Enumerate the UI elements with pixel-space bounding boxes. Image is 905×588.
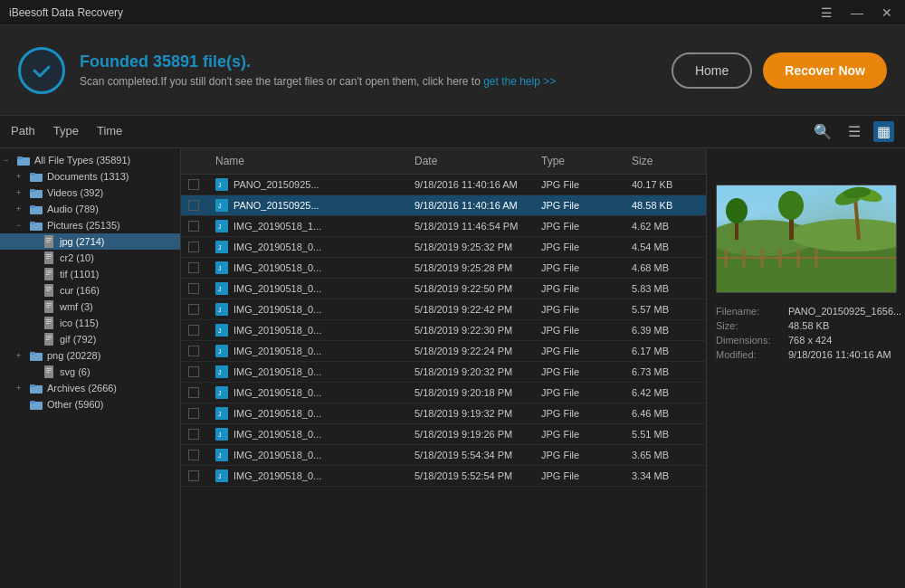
row-checkbox[interactable] <box>181 403 208 423</box>
row-checkbox[interactable] <box>181 320 208 340</box>
tree-expand: + <box>16 384 29 393</box>
svg-rect-16 <box>46 256 52 257</box>
checkbox[interactable] <box>188 304 199 315</box>
tree-item[interactable]: − All File Types (35891) <box>0 152 180 168</box>
row-checkbox[interactable] <box>181 362 208 382</box>
file-name: IMG_20190518_0... <box>233 283 321 294</box>
tree-item[interactable]: tif (1101) <box>0 266 180 282</box>
checkbox[interactable] <box>188 366 199 377</box>
tree-item[interactable]: cr2 (10) <box>0 250 180 266</box>
row-checkbox[interactable] <box>181 175 208 194</box>
checkbox[interactable] <box>188 242 199 252</box>
checkbox[interactable] <box>188 408 199 419</box>
size-label: Size: <box>716 320 788 331</box>
file-icon <box>42 365 56 378</box>
table-row[interactable]: J IMG_20190518_0... 5/18/2019 9:22:50 PM… <box>181 279 706 299</box>
help-link[interactable]: get the help >> <box>483 75 556 88</box>
checkbox[interactable] <box>188 470 199 481</box>
home-button[interactable]: Home <box>672 52 752 89</box>
tree-item[interactable]: + Archives (2666) <box>0 380 180 396</box>
table-row[interactable]: J IMG_20190518_1... 5/18/2019 11:46:54 P… <box>181 216 706 237</box>
svg-rect-39 <box>30 352 35 355</box>
row-name: J IMG_20190518_0... <box>208 237 407 257</box>
close-button[interactable]: ✕ <box>878 5 896 20</box>
checkbox[interactable] <box>188 262 199 273</box>
row-checkbox[interactable] <box>181 445 208 465</box>
table-row[interactable]: J PANO_20150925... 9/18/2016 11:40:16 AM… <box>181 175 706 195</box>
row-checkbox[interactable] <box>181 299 208 319</box>
table-row[interactable]: J IMG_20190518_0... 5/18/2019 9:22:24 PM… <box>181 341 706 362</box>
tree-item[interactable]: Other (5960) <box>0 396 180 413</box>
folder-icon <box>29 186 43 199</box>
checkbox[interactable] <box>188 429 199 440</box>
tree-item[interactable]: gif (792) <box>0 331 180 347</box>
grid-view-icon[interactable]: ▦ <box>873 121 894 142</box>
checkbox[interactable] <box>188 179 199 190</box>
file-thumbnail: J <box>215 199 228 212</box>
row-checkbox[interactable] <box>181 237 208 257</box>
row-size: 6.17 MB <box>624 341 706 361</box>
table-row[interactable]: J IMG_20190518_0... 5/18/2019 5:54:34 PM… <box>181 445 706 466</box>
tab-time[interactable]: Time <box>97 120 122 143</box>
table-row[interactable]: J IMG_20190518_0... 5/18/2019 9:25:28 PM… <box>181 258 706 279</box>
row-name: J PANO_20150925... <box>208 195 407 215</box>
row-date: 5/18/2019 11:46:54 PM <box>407 216 534 236</box>
file-name: IMG_20190518_0... <box>233 262 321 273</box>
checkbox[interactable] <box>188 450 199 460</box>
svg-rect-37 <box>46 339 50 340</box>
file-panel: Name Date Type Size J PANO_20150925... 9… <box>181 148 706 588</box>
tab-path[interactable]: Path <box>11 120 35 143</box>
table-row[interactable]: J IMG_20190518_0... 5/18/2019 5:52:54 PM… <box>181 466 706 487</box>
row-checkbox[interactable] <box>181 279 208 299</box>
row-type: JPG File <box>534 445 624 465</box>
tab-type[interactable]: Type <box>53 120 79 143</box>
table-row[interactable]: J IMG_20190518_0... 5/18/2019 9:19:26 PM… <box>181 424 706 445</box>
tree-item[interactable]: + Documents (1313) <box>0 168 180 185</box>
row-checkbox[interactable] <box>181 195 208 215</box>
recover-button[interactable]: Recover Now <box>763 52 887 89</box>
search-icon[interactable]: 🔍 <box>810 121 835 142</box>
tree-item[interactable]: ico (115) <box>0 315 180 331</box>
row-type: JPG File <box>534 466 624 486</box>
menu-button[interactable]: ☰ <box>817 5 836 20</box>
tree-item[interactable]: + Videos (392) <box>0 185 180 201</box>
titlebar-title: iBeesoft Data Recovery <box>9 6 123 19</box>
svg-rect-35 <box>46 336 52 337</box>
table-row[interactable]: J IMG_20190518_0... 5/18/2019 9:22:42 PM… <box>181 299 706 320</box>
tree-item[interactable]: cur (166) <box>0 282 180 299</box>
file-thumbnail: J <box>215 324 228 337</box>
table-row[interactable]: J IMG_20190518_0... 5/18/2019 9:19:32 PM… <box>181 403 706 424</box>
tree-label: Audio (789) <box>47 204 99 214</box>
tree-item[interactable]: wmf (3) <box>0 299 180 315</box>
checkbox[interactable] <box>188 325 199 336</box>
tree-item[interactable]: svg (6) <box>0 364 180 380</box>
row-checkbox[interactable] <box>181 466 208 486</box>
row-checkbox[interactable] <box>181 383 208 403</box>
list-view-icon[interactable]: ☰ <box>844 121 864 142</box>
table-row[interactable]: J IMG_20190518_0... 5/18/2019 9:20:32 PM… <box>181 362 706 383</box>
checkbox[interactable] <box>188 387 199 398</box>
row-size: 6.39 MB <box>624 320 706 340</box>
tree-item[interactable]: + png (20228) <box>0 347 180 364</box>
table-row[interactable]: J PANO_20150925... 9/18/2016 11:40:16 AM… <box>181 195 706 216</box>
tree-item[interactable]: − Pictures (25135) <box>0 217 180 233</box>
table-row[interactable]: J IMG_20190518_0... 5/18/2019 9:20:18 PM… <box>181 383 706 403</box>
row-checkbox[interactable] <box>181 258 208 278</box>
scan-message: Scan completed.If you still don't see th… <box>80 75 556 88</box>
col-checkbox <box>181 152 208 170</box>
row-checkbox[interactable] <box>181 424 208 444</box>
tree-item[interactable]: + Audio (789) <box>0 201 180 217</box>
minimize-button[interactable]: — <box>847 5 867 20</box>
checkbox[interactable] <box>188 200 199 211</box>
row-checkbox[interactable] <box>181 216 208 236</box>
row-date: 5/18/2019 9:25:32 PM <box>407 237 534 257</box>
checkbox[interactable] <box>188 283 199 294</box>
row-name: J IMG_20190518_0... <box>208 466 407 486</box>
file-thumbnail: J <box>215 261 228 274</box>
checkbox[interactable] <box>188 346 199 356</box>
row-checkbox[interactable] <box>181 341 208 361</box>
table-row[interactable]: J IMG_20190518_0... 5/18/2019 9:25:32 PM… <box>181 237 706 258</box>
table-row[interactable]: J IMG_20190518_0... 5/18/2019 9:22:30 PM… <box>181 320 706 341</box>
tree-item[interactable]: jpg (2714) <box>0 233 180 250</box>
checkbox[interactable] <box>188 221 199 232</box>
